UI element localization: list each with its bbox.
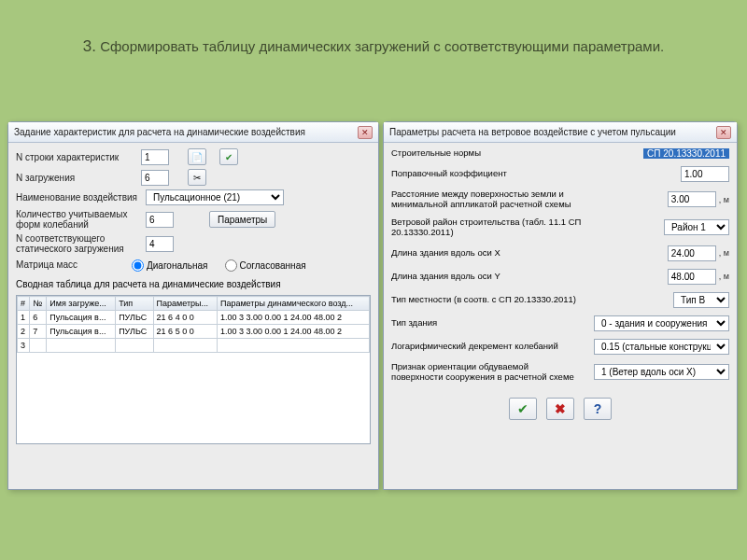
table-caption: Сводная таблица для расчета на динамичес…	[16, 279, 371, 289]
norms-combo[interactable]: СП 20.13330.2011	[643, 148, 729, 159]
copy-icon: 📄	[191, 152, 203, 162]
right-title: Параметры расчета на ветровое воздействи…	[389, 127, 676, 137]
n-rows-input[interactable]	[141, 149, 169, 165]
ok-button[interactable]: ✔	[509, 398, 537, 420]
radio-diagonal[interactable]: Диагональная	[132, 259, 208, 272]
forms-label: Количество учитываемых форм колебаний	[16, 209, 142, 230]
forms-input[interactable]	[146, 212, 174, 228]
decr-combo[interactable]: 0.15 (стальные конструкции)	[594, 339, 729, 355]
close-icon[interactable]: ✕	[716, 126, 731, 139]
left-titlebar[interactable]: Задание характеристик для расчета на дин…	[8, 122, 378, 143]
coef-label: Поправочный коэффициент	[391, 169, 583, 179]
building-label: Тип здания	[391, 318, 583, 329]
help-icon: ?	[594, 401, 602, 416]
left-title: Задание характеристик для расчета на дин…	[14, 127, 305, 137]
decr-label: Логарифмический декремент колебаний	[391, 342, 583, 352]
wind-params-window: Параметры расчета на ветровое воздействи…	[383, 121, 738, 490]
check-icon: ✔	[225, 152, 233, 162]
dynamic-loads-window: Задание характеристик для расчета на дин…	[7, 121, 379, 490]
orient-combo[interactable]: 1 (Ветер вдоль оси X)	[594, 364, 729, 380]
impact-name-label: Наименование воздействия	[16, 192, 142, 203]
cancel-icon: ✖	[555, 401, 566, 416]
len-y-label: Длина здания вдоль оси Y	[391, 272, 583, 282]
radio-consistent[interactable]: Согласованная	[225, 259, 306, 272]
close-icon[interactable]: ✕	[358, 126, 373, 139]
table-row[interactable]: 1 6 Пульсация в... ПУЛЬС 21 6 4 0 0 1.00…	[18, 311, 370, 325]
cancel-button[interactable]: ✖	[546, 398, 574, 420]
len-x-input[interactable]	[668, 245, 716, 261]
params-button[interactable]: Параметры	[209, 211, 275, 228]
dist-input[interactable]	[668, 191, 716, 207]
impact-name-combo[interactable]: Пульсационное (21)	[146, 189, 284, 205]
n-load-label: N загружения	[16, 173, 137, 183]
terrain-label: Тип местности (в соотв. с СП 20.13330.20…	[391, 295, 583, 305]
n-load-input[interactable]	[141, 170, 169, 186]
scissors-icon: ✂	[193, 173, 201, 183]
coef-input[interactable]	[681, 166, 729, 182]
static-label: N соответствующего статического загружен…	[16, 233, 142, 254]
slide-title: 3. Сформировать таблицу динамических заг…	[47, 37, 700, 56]
region-combo[interactable]: Район 1	[664, 219, 729, 235]
len-y-input[interactable]	[668, 269, 716, 285]
copy-button[interactable]: 📄	[188, 148, 206, 165]
norms-label: Строительные нормы	[391, 148, 583, 159]
slide-number: 3.	[83, 37, 96, 55]
dist-label: Расстояние между поверхностью земли и ми…	[391, 189, 583, 210]
terrain-combo[interactable]: Тип B	[673, 292, 729, 308]
apply-button[interactable]: ✔	[219, 148, 238, 165]
summary-table-wrap: # № Имя загруже... Тип Параметры... Пара…	[16, 295, 371, 444]
summary-table[interactable]: # № Имя загруже... Тип Параметры... Пара…	[17, 296, 370, 353]
slide-title-text: Сформировать таблицу динамических загруж…	[100, 38, 664, 54]
building-combo[interactable]: 0 - здания и сооружения	[594, 315, 729, 331]
help-button[interactable]: ?	[584, 398, 612, 420]
table-row[interactable]: 3	[18, 339, 370, 353]
static-input[interactable]	[146, 236, 174, 252]
n-rows-label: N строки характеристик	[16, 152, 137, 162]
mass-label: Матрица масс	[16, 259, 128, 270]
table-row[interactable]: 2 7 Пульсация в... ПУЛЬС 21 6 5 0 0 1.00…	[18, 325, 370, 339]
orient-label: Признак ориентации обдуваемой поверхност…	[391, 362, 583, 383]
table-header-row: # № Имя загруже... Тип Параметры... Пара…	[18, 297, 370, 311]
cut-button[interactable]: ✂	[188, 169, 206, 186]
check-icon: ✔	[517, 401, 529, 416]
region-label: Ветровой район строительства (табл. 11.1…	[391, 217, 583, 238]
right-titlebar[interactable]: Параметры расчета на ветровое воздействи…	[384, 122, 737, 143]
len-x-label: Длина здания вдоль оси X	[391, 248, 583, 259]
